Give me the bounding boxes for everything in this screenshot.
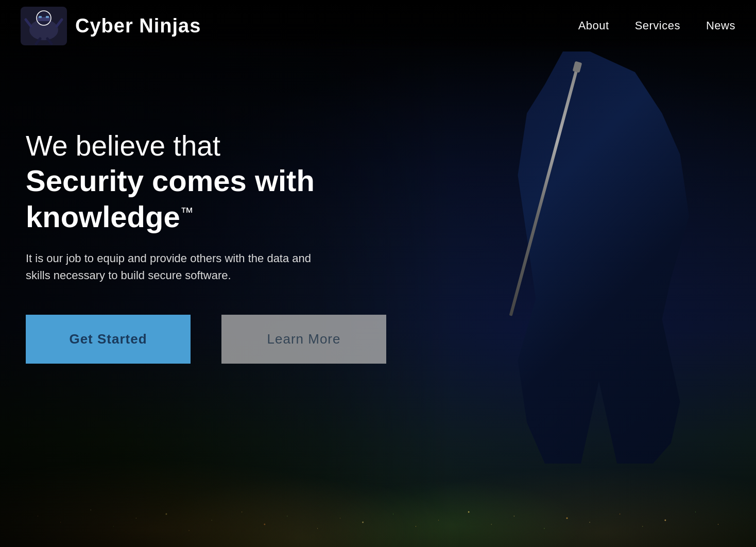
nav-links: About Services News [578, 19, 735, 32]
subheadline: It is our job to equip and provide other… [26, 250, 463, 284]
ninja-figure [483, 52, 715, 489]
logo-ninja-svg [21, 7, 67, 45]
nav-about[interactable]: About [578, 19, 609, 32]
ninja-silhouette [509, 52, 689, 464]
logo-icon [21, 7, 67, 45]
cta-buttons: Get Started Learn More [26, 315, 463, 364]
headline-block: We believe that Security comes with know… [26, 129, 463, 234]
header: Cyber Ninjas About Services News [0, 0, 756, 52]
hero-section: Cyber Ninjas About Services News We beli… [0, 0, 756, 547]
headline-line1: We believe that [26, 129, 463, 163]
headline-line2: Security comes with knowledge™ [26, 163, 463, 234]
logo-area: Cyber Ninjas [21, 7, 201, 45]
trademark: ™ [180, 204, 194, 219]
nav-news[interactable]: News [706, 19, 735, 32]
svg-rect-5 [46, 16, 49, 18]
brand-name: Cyber Ninjas [75, 15, 201, 37]
learn-more-button[interactable]: Learn More [221, 315, 386, 364]
hero-content: We believe that Security comes with know… [26, 129, 463, 364]
ninja-body [483, 52, 715, 489]
nav-services[interactable]: Services [635, 19, 680, 32]
svg-rect-4 [39, 16, 42, 18]
get-started-button[interactable]: Get Started [26, 315, 191, 364]
